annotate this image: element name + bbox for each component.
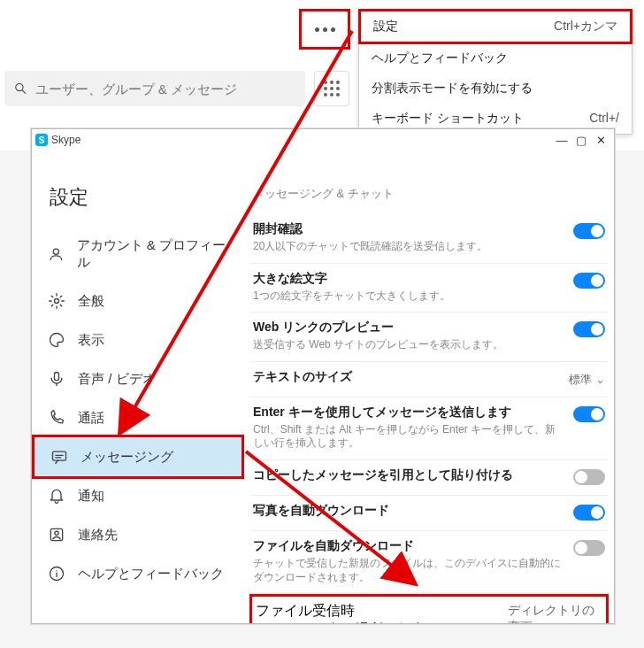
- sidebar-item-label: 表示: [78, 332, 104, 349]
- menu-item-settings[interactable]: 設定 Ctrl+カンマ: [358, 9, 632, 44]
- svg-line-1: [22, 90, 25, 93]
- settings-window: S Skype ― ▢ ✕ 設定 アカウント & プロフィール 全般 表示: [31, 128, 615, 624]
- sidebar-item-label: 連絡先: [78, 527, 118, 544]
- svg-point-0: [16, 83, 23, 90]
- search-input[interactable]: [35, 81, 296, 96]
- bell-icon: [48, 487, 65, 505]
- svg-point-2: [53, 249, 58, 254]
- settings-section-header: メッセージング & チャット: [249, 186, 609, 202]
- gear-icon: [48, 292, 65, 310]
- more-button[interactable]: [299, 9, 350, 50]
- toggle-link-preview[interactable]: [573, 321, 605, 337]
- sidebar-item-label: 全般: [78, 293, 104, 310]
- sidebar-item-calling[interactable]: 通話: [32, 398, 244, 437]
- setting-title: ファイル受信時: [256, 602, 501, 621]
- close-button[interactable]: ✕: [591, 134, 610, 147]
- maximize-button[interactable]: ▢: [571, 134, 591, 147]
- menu-shortcut: Ctrl+/: [589, 111, 619, 127]
- minimize-button[interactable]: ―: [552, 134, 571, 147]
- setting-text-size: テキストのサイズ 標準: [249, 362, 609, 397]
- settings-main: メッセージング & チャット 開封確認 20人以下のチャットで既読確認を送受信し…: [244, 150, 614, 623]
- dialpad-button[interactable]: [314, 71, 349, 106]
- svg-point-9: [55, 531, 58, 535]
- skype-icon: S: [35, 134, 48, 146]
- more-icon: [315, 27, 335, 32]
- titlebar: S Skype ― ▢ ✕: [32, 129, 614, 150]
- phone-icon: [48, 409, 65, 427]
- setting-enter-send: Enter キーを使用してメッセージを送信します Ctrl、Shift または …: [249, 397, 609, 460]
- sidebar-item-audio[interactable]: 音声 / ビデオ: [32, 359, 244, 398]
- sidebar-item-label: ヘルプとフィードバック: [78, 566, 224, 582]
- message-icon: [50, 448, 68, 466]
- setting-desc: 送受信する Web サイトのプレビューを表示します。: [253, 338, 566, 352]
- setting-title: 開封確認: [253, 221, 566, 237]
- menu-item-splitview[interactable]: 分割表示モードを有効にする: [359, 73, 632, 104]
- setting-title: ファイルを自動ダウンロード: [253, 538, 566, 554]
- menu-label: 分割表示モードを有効にする: [372, 81, 533, 96]
- setting-large-emoji: 大きな絵文字 1つの絵文字をチャットで大きくします。: [249, 264, 609, 313]
- sidebar-item-appearance[interactable]: 表示: [32, 320, 244, 359]
- svg-point-3: [55, 299, 59, 304]
- menu-item-help[interactable]: ヘルプとフィードバック: [359, 43, 632, 73]
- setting-title: コピーしたメッセージを引用として貼り付ける: [253, 467, 566, 483]
- search-box[interactable]: [4, 71, 305, 106]
- toggle-large-emoji[interactable]: [573, 273, 605, 289]
- setting-title: テキストのサイズ: [253, 369, 562, 385]
- search-icon: [13, 81, 28, 96]
- change-directory-button[interactable]: ディレクトリの変更: [508, 603, 594, 623]
- menu-shortcut: Ctrl+カンマ: [554, 19, 617, 35]
- svg-rect-5: [53, 451, 66, 460]
- setting-desc: 20人以下のチャットで既読確認を送受信します。: [253, 240, 566, 254]
- dialpad-icon: [324, 81, 340, 96]
- sidebar-item-label: メッセージング: [80, 449, 173, 466]
- toggle-enter-send[interactable]: [573, 406, 605, 422]
- setting-title: Web リンクのプレビュー: [253, 320, 566, 336]
- blank-area: [4, 4, 217, 56]
- setting-link-preview: Web リンクのプレビュー 送受信する Web サイトのプレビューを表示します。: [249, 312, 609, 362]
- setting-desc: Ctrl、Shift または Alt キーを押しながら Enter キーを押して…: [253, 423, 566, 451]
- sidebar-item-label: 通話: [78, 410, 104, 427]
- mic-icon: [48, 370, 65, 388]
- context-menu: 設定 Ctrl+カンマ ヘルプとフィードバック 分割表示モードを有効にする キー…: [358, 9, 632, 135]
- window-title: Skype: [51, 134, 80, 146]
- sidebar-item-contacts[interactable]: 連絡先: [32, 515, 244, 554]
- file-receive-desc-prefix: ファイルを次の場所に保存します:: [256, 621, 472, 623]
- menu-label: 設定: [373, 19, 398, 35]
- toggle-read-receipts[interactable]: [573, 223, 605, 239]
- sidebar-item-label: アカウント & プロフィール: [77, 237, 228, 271]
- sidebar-item-notifications[interactable]: 通知: [32, 476, 244, 515]
- sidebar-item-label: 音声 / ビデオ: [78, 371, 156, 388]
- setting-desc: チャットで受信した新規のファイルは、このデバイスに自動的にダウンロードされます。: [253, 557, 566, 584]
- setting-auto-photo: 写真を自動ダウンロード: [249, 496, 609, 531]
- menu-label: キーボード ショートカット: [372, 111, 524, 127]
- menu-label: ヘルプとフィードバック: [372, 50, 508, 66]
- palette-icon: [48, 331, 65, 349]
- text-size-dropdown[interactable]: 標準: [569, 373, 605, 386]
- contacts-icon: [48, 526, 65, 544]
- sidebar-item-label: 通知: [78, 488, 104, 505]
- setting-read-receipts: 開封確認 20人以下のチャットで既読確認を送受信します。: [249, 214, 609, 264]
- sidebar-item-messaging[interactable]: メッセージング: [32, 435, 244, 479]
- setting-desc: 1つの絵文字をチャットで大きくします。: [253, 289, 566, 304]
- setting-title: 大きな絵文字: [253, 271, 566, 287]
- toggle-auto-file[interactable]: [573, 540, 605, 556]
- user-icon: [48, 245, 65, 263]
- setting-file-receive: ファイル受信時 ファイルを次の場所に保存します: Downloads ディレクト…: [249, 594, 609, 623]
- info-icon: [48, 565, 65, 582]
- setting-desc: ファイルを次の場所に保存します: Downloads: [256, 621, 501, 623]
- setting-title: 写真を自動ダウンロード: [253, 503, 566, 519]
- svg-rect-4: [55, 373, 59, 381]
- setting-paste-quote: コピーしたメッセージを引用として貼り付ける: [249, 460, 609, 496]
- sidebar-item-account[interactable]: アカウント & プロフィール: [32, 227, 244, 282]
- setting-auto-file: ファイルを自動ダウンロード チャットで受信した新規のファイルは、このデバイスに自…: [249, 531, 609, 594]
- sidebar-title: 設定: [32, 161, 244, 227]
- settings-sidebar: 設定 アカウント & プロフィール 全般 表示 音声 / ビデオ 通話: [32, 150, 244, 623]
- setting-title: Enter キーを使用してメッセージを送信します: [253, 405, 566, 420]
- toggle-paste-quote[interactable]: [573, 469, 605, 485]
- toggle-auto-photo[interactable]: [573, 505, 605, 521]
- sidebar-item-general[interactable]: 全般: [32, 282, 244, 320]
- sidebar-item-help[interactable]: ヘルプとフィードバック: [32, 554, 244, 593]
